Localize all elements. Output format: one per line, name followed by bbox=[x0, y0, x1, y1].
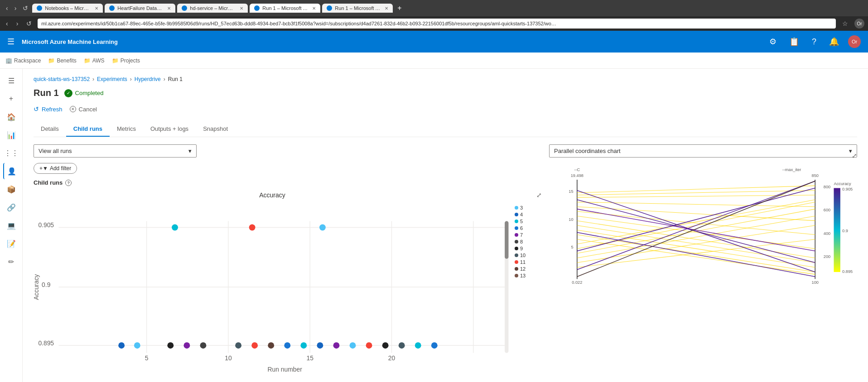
reload-button[interactable]: ↺ bbox=[20, 4, 30, 13]
svg-point-32 bbox=[350, 342, 356, 349]
sidebar-icon-models[interactable]: ⋮⋮ bbox=[3, 145, 19, 161]
legend-dot-13 bbox=[515, 274, 518, 277]
svg-point-17 bbox=[172, 224, 178, 231]
svg-point-30 bbox=[317, 342, 323, 349]
filter-row: View all runs ▾ bbox=[34, 144, 542, 158]
add-filter-icon: +▼ bbox=[39, 165, 48, 172]
sidebar-icon-experiments[interactable]: 👤 bbox=[3, 163, 19, 179]
browser-tab-1[interactable]: Notebooks – Microsoft Azure M… ✕ bbox=[32, 4, 103, 13]
tab-child-runs[interactable]: Child runs bbox=[66, 122, 110, 137]
nav-benefits[interactable]: 📁 Benefits bbox=[48, 57, 76, 64]
browser-tab-2[interactable]: HeartFailure Dataset – Microso… ✕ bbox=[105, 4, 175, 13]
parallel-svg: --C --max_iter 19.498 850 15 10 5 800 60… bbox=[549, 165, 857, 295]
svg-point-20 bbox=[118, 342, 125, 349]
legend-item-8: 8 bbox=[515, 239, 542, 244]
parallel-chart-container: ⤢ --C --max_iter 19.498 850 15 10 bbox=[549, 165, 857, 295]
scatter-legend: 3 4 5 6 bbox=[515, 191, 542, 278]
tab-close-1[interactable]: ✕ bbox=[95, 6, 98, 11]
parallel-chart-dropdown[interactable]: Parallel coordinates chart ▾ bbox=[549, 144, 857, 158]
add-filter-button[interactable]: +▼ Add filter bbox=[34, 163, 77, 174]
legend-item-6: 6 bbox=[515, 225, 542, 231]
expand-parallel-button[interactable]: ⤢ bbox=[852, 152, 857, 159]
tab-details[interactable]: Details bbox=[34, 122, 66, 137]
address-back[interactable]: ‹ bbox=[4, 19, 10, 28]
expand-scatter-button[interactable]: ⤢ bbox=[536, 191, 542, 199]
tab-close-2[interactable]: ✕ bbox=[167, 6, 171, 11]
url-bar[interactable]: ml.azure.com/experiments/id/50b1ca67-89e… bbox=[38, 19, 836, 29]
settings-icon[interactable]: ⚙ bbox=[766, 35, 780, 48]
tab-snapshot[interactable]: Snapshot bbox=[196, 122, 235, 137]
svg-point-29 bbox=[300, 342, 307, 349]
tab-metrics[interactable]: Metrics bbox=[110, 122, 143, 137]
tab-icon-4 bbox=[254, 5, 260, 11]
svg-point-24 bbox=[200, 342, 207, 349]
tab-label-5: Run 1 – Microsoft Azure Machi… bbox=[335, 5, 380, 11]
breadcrumb-experiments[interactable]: Experiments bbox=[97, 76, 127, 82]
scatter-svg: 0.905 0.9 0.895 Accuracy bbox=[34, 202, 511, 378]
sidebar-icon-menu[interactable]: ☰ bbox=[3, 72, 19, 89]
azure-menu-icon[interactable]: ☰ bbox=[7, 37, 14, 47]
legend-item-3: 3 bbox=[515, 205, 542, 210]
browser-tab-3[interactable]: hd-service – Microsoft Azure N… ✕ bbox=[177, 4, 248, 13]
sidebar-icon-home[interactable]: 🏠 bbox=[3, 109, 19, 125]
sidebar-icon-add[interactable]: + bbox=[3, 91, 19, 107]
nav-projects[interactable]: 📁 Projects bbox=[112, 57, 140, 64]
sidebar-icon-datasets[interactable]: 🔗 bbox=[3, 199, 19, 215]
back-button[interactable]: ‹ bbox=[4, 4, 10, 13]
child-runs-info-icon[interactable]: ? bbox=[65, 180, 72, 186]
legend-dot-10 bbox=[515, 253, 518, 257]
aws-icon: 📁 bbox=[84, 57, 91, 64]
svg-text:0.905: 0.905 bbox=[38, 221, 54, 229]
svg-text:Accuracy: Accuracy bbox=[34, 274, 40, 300]
browser-tab-5[interactable]: Run 1 – Microsoft Azure Machi… ✕ bbox=[322, 4, 393, 13]
incognito-indicator: Or bbox=[854, 19, 864, 29]
svg-text:10: 10 bbox=[225, 354, 232, 362]
cancel-button[interactable]: ✕ Cancel bbox=[70, 104, 97, 115]
svg-text:5: 5 bbox=[571, 245, 573, 249]
svg-point-25 bbox=[235, 342, 241, 349]
legend-item-12: 12 bbox=[515, 266, 542, 272]
breadcrumb: quick-starts-ws-137352 › Experiments › H… bbox=[34, 76, 857, 82]
refresh-button[interactable]: ↺ Refresh bbox=[34, 104, 63, 115]
address-reload[interactable]: ↺ bbox=[24, 19, 34, 28]
svg-point-34 bbox=[382, 342, 389, 349]
sidebar-icon-charts[interactable]: 📊 bbox=[3, 127, 19, 143]
nav-rackspace[interactable]: 🏢 Rackspace bbox=[5, 57, 41, 64]
sidebar-icon-pipelines[interactable]: 📦 bbox=[3, 181, 19, 197]
svg-text:0.905: 0.905 bbox=[842, 187, 853, 191]
status-icon: ✓ bbox=[64, 89, 72, 97]
address-forward[interactable]: › bbox=[14, 19, 21, 28]
notifications-icon[interactable]: 🔔 bbox=[825, 35, 843, 48]
nav-aws[interactable]: 📁 AWS bbox=[84, 57, 105, 64]
svg-point-18 bbox=[249, 224, 256, 231]
legend-item-10: 10 bbox=[515, 253, 542, 258]
sidebar-icon-notebooks[interactable]: 📝 bbox=[3, 235, 19, 252]
tab-close-3[interactable]: ✕ bbox=[240, 6, 243, 11]
svg-point-35 bbox=[399, 342, 405, 349]
breadcrumb-sep-3: › bbox=[164, 76, 165, 82]
user-avatar[interactable]: Or bbox=[848, 35, 861, 48]
browser-tab-4[interactable]: Run 1 – Microsoft Azure Machi… ✕ bbox=[250, 4, 320, 13]
breadcrumb-hyperdrive[interactable]: Hyperdrive bbox=[135, 76, 161, 82]
help-icon[interactable]: ? bbox=[808, 35, 820, 48]
legend-item-11: 11 bbox=[515, 259, 542, 265]
tab-outputs-logs[interactable]: Outputs + logs bbox=[143, 122, 196, 137]
bookmark-button[interactable]: ☆ bbox=[839, 19, 851, 28]
svg-rect-39 bbox=[505, 221, 508, 259]
sidebar-icon-edit[interactable]: ✏ bbox=[3, 253, 19, 270]
forward-button[interactable]: › bbox=[12, 4, 19, 13]
tab-close-4[interactable]: ✕ bbox=[312, 6, 316, 11]
feedback-icon[interactable]: 📋 bbox=[786, 35, 803, 48]
svg-text:0.895: 0.895 bbox=[842, 269, 853, 274]
view-all-runs-dropdown[interactable]: View all runs ▾ bbox=[34, 144, 197, 158]
svg-text:800: 800 bbox=[824, 185, 830, 189]
tab-close-5[interactable]: ✕ bbox=[385, 6, 388, 11]
content-area: quick-starts-ws-137352 › Experiments › H… bbox=[23, 69, 868, 382]
svg-text:0.022: 0.022 bbox=[572, 280, 582, 285]
new-tab-button[interactable]: + bbox=[395, 4, 404, 12]
sidebar-icon-compute[interactable]: 💻 bbox=[3, 217, 19, 234]
svg-text:Run number: Run number bbox=[268, 366, 303, 373]
refresh-icon: ↺ bbox=[34, 105, 39, 113]
breadcrumb-workspace[interactable]: quick-starts-ws-137352 bbox=[34, 76, 90, 82]
tab-icon-2 bbox=[109, 5, 115, 11]
